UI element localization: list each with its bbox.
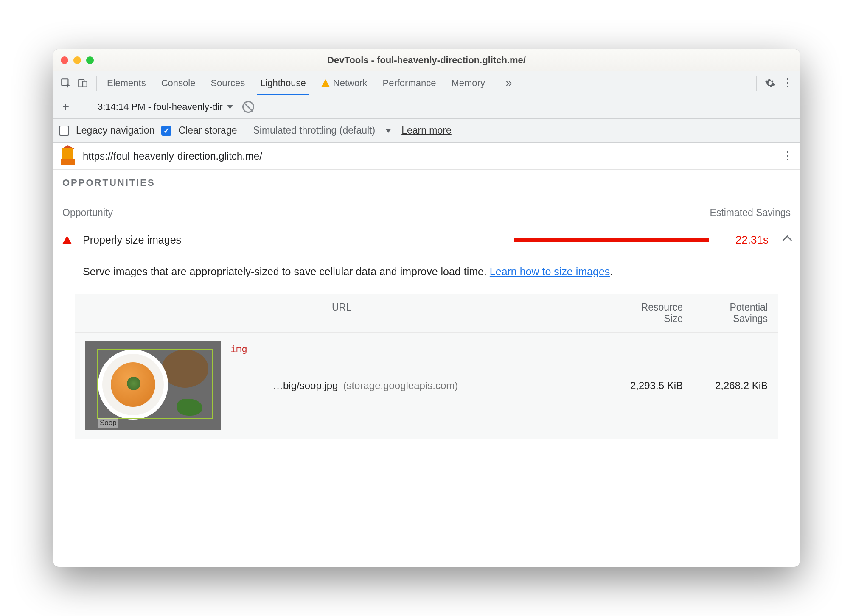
new-report-button[interactable]: + (59, 100, 73, 114)
clear-storage-checkbox[interactable] (161, 126, 171, 136)
tab-network[interactable]: Network (321, 71, 368, 95)
resource-size-value: 2,293.5 KiB (598, 380, 683, 392)
caret-down-icon[interactable] (385, 129, 391, 133)
lighthouse-runbar: + 3:14:14 PM - foul-heavenly-dir (53, 95, 800, 119)
tab-memory[interactable]: Memory (451, 71, 485, 95)
tab-elements[interactable]: Elements (107, 71, 146, 95)
lighthouse-icon (61, 148, 75, 165)
kebab-menu-icon[interactable]: ⋮ (779, 75, 796, 92)
clear-storage-label: Clear storage (178, 125, 237, 136)
svg-rect-2 (83, 81, 87, 87)
tab-console[interactable]: Console (161, 71, 196, 95)
opportunity-headers: Opportunity Estimated Savings (53, 194, 800, 223)
table-header: URL Resource Size Potential Savings (75, 294, 778, 332)
report-dropdown-label: 3:14:14 PM - foul-heavenly-dir (98, 101, 223, 112)
warning-icon (321, 79, 330, 87)
caret-down-icon (227, 105, 233, 109)
fail-triangle-icon (62, 236, 72, 244)
device-toggle-icon[interactable] (74, 75, 91, 92)
col-url: URL (85, 302, 598, 325)
devtools-tabstrip: Elements Console Sources Lighthouse Netw… (53, 71, 800, 95)
traffic-lights (61, 56, 94, 64)
maximize-window-button[interactable] (86, 56, 94, 64)
divider (96, 76, 97, 91)
report-menu-icon[interactable]: ⋮ (782, 149, 792, 162)
col-potential-savings: Potential Savings (683, 302, 768, 325)
tab-performance[interactable]: Performance (383, 71, 436, 95)
opportunity-table: URL Resource Size Potential Savings Soop (75, 294, 778, 439)
table-row[interactable]: Soop img …big/soop.jpg (storage.googleap… (75, 332, 778, 439)
throttling-label: Simulated throttling (default) (253, 125, 376, 136)
legacy-nav-label: Legacy navigation (76, 125, 154, 136)
report-url-row: https://foul-heavenly-direction.glitch.m… (53, 143, 800, 170)
thumb-caption: Soop (98, 418, 118, 428)
tab-sources[interactable]: Sources (210, 71, 245, 95)
savings-value: 22.31s (718, 233, 769, 246)
minimize-window-button[interactable] (73, 56, 81, 64)
tab-lighthouse[interactable]: Lighthouse (260, 71, 306, 95)
resource-thumbnail: Soop (85, 341, 221, 430)
opportunity-label: Properly size images (83, 234, 181, 246)
legacy-nav-checkbox[interactable] (59, 126, 69, 136)
learn-size-images-link[interactable]: Learn how to size images (490, 266, 610, 277)
lighthouse-settingsbar: Legacy navigation Clear storage Simulate… (53, 119, 800, 143)
inspect-element-icon[interactable] (57, 75, 74, 92)
divider (83, 99, 83, 115)
potential-savings-value: 2,268.2 KiB (683, 380, 768, 392)
devtools-window: DevTools - foul-heavenly-direction.glitc… (53, 49, 800, 567)
report-dropdown[interactable]: 3:14:14 PM - foul-heavenly-dir (93, 101, 237, 112)
col-opportunity: Opportunity (62, 207, 710, 218)
mac-titlebar: DevTools - foul-heavenly-direction.glitc… (53, 49, 800, 71)
col-resource-size: Resource Size (598, 302, 683, 325)
divider (756, 76, 757, 91)
col-est-savings: Estimated Savings (710, 207, 791, 218)
savings-bar (514, 238, 709, 242)
resource-url: …big/soop.jpg (storage.googleapis.com) (269, 380, 598, 392)
chevron-up-icon (783, 235, 792, 245)
section-title: OPPORTUNITIES (53, 177, 800, 194)
close-window-button[interactable] (61, 56, 68, 64)
window-title: DevTools - foul-heavenly-direction.glitc… (53, 55, 800, 66)
opportunity-description: Serve images that are appropriately-size… (53, 257, 800, 286)
panel-tabs: Elements Console Sources Lighthouse Netw… (107, 71, 517, 95)
settings-gear-icon[interactable] (762, 75, 779, 92)
clear-icon[interactable] (242, 101, 254, 113)
more-tabs-icon[interactable]: » (500, 75, 517, 92)
opportunity-row[interactable]: Properly size images 22.31s (53, 223, 800, 257)
learn-more-link[interactable]: Learn more (401, 125, 452, 136)
element-tag: img (230, 344, 269, 354)
report-url: https://foul-heavenly-direction.glitch.m… (83, 150, 262, 162)
report-content: OPPORTUNITIES Opportunity Estimated Savi… (53, 170, 800, 567)
